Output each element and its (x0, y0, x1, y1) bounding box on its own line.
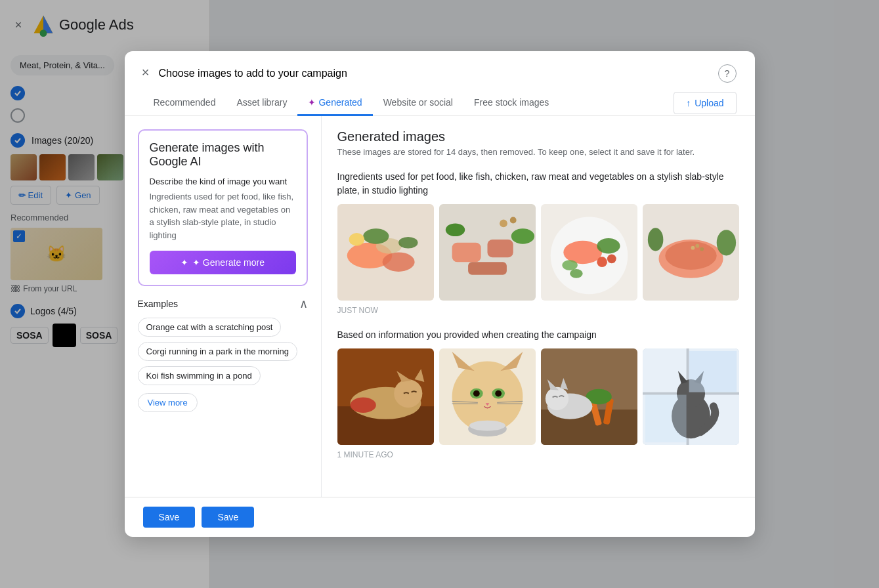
describe-label: Describe the kind of image you want (150, 177, 296, 186)
dialog-footer: Save Save (125, 497, 755, 537)
svg-point-7 (363, 228, 389, 244)
image-grid-cats (337, 348, 739, 445)
tab-recommended-label: Recommended (154, 97, 216, 108)
food-svg-3 (541, 204, 637, 301)
svg-point-29 (716, 230, 735, 255)
generate-card: Generate images with Google AI Describe … (138, 129, 308, 286)
save-button-1[interactable]: Save (143, 507, 196, 528)
svg-point-8 (398, 237, 418, 249)
collapse-icon[interactable]: ∧ (299, 297, 308, 311)
svg-point-32 (700, 247, 704, 251)
svg-point-30 (647, 228, 663, 251)
cat-image-2[interactable] (439, 348, 536, 445)
svg-point-40 (350, 397, 375, 413)
svg-point-33 (691, 246, 695, 250)
sparkle-icon: ✦ (181, 257, 188, 268)
help-button[interactable]: ? (718, 64, 737, 83)
svg-point-17 (509, 217, 516, 224)
overlay: × Choose images to add to your campaign … (0, 0, 879, 588)
svg-point-62 (545, 387, 568, 410)
food-svg-1 (337, 204, 434, 301)
tab-free-stock-label: Free stock images (474, 97, 549, 108)
dialog-body: Generate images with Google AI Describe … (125, 116, 755, 497)
save-label-2: Save (217, 512, 238, 522)
timestamp-group-1: 1 MINUTE AGO (337, 450, 739, 459)
tab-free-stock[interactable]: Free stock images (463, 91, 559, 116)
tab-generated[interactable]: ✦Generated (297, 91, 372, 116)
left-panel: Generate images with Google AI Describe … (125, 116, 322, 497)
examples-list: Orange cat with a scratching post Corgi … (138, 318, 308, 390)
svg-point-23 (607, 254, 616, 263)
help-icon: ? (725, 68, 730, 79)
cat-image-1[interactable] (337, 348, 434, 445)
svg-point-5 (382, 253, 414, 272)
example-chip-0[interactable]: Orange cat with a scratching post (138, 318, 282, 337)
view-more-label: View more (148, 398, 188, 408)
svg-point-9 (349, 233, 364, 246)
dialog-close-button[interactable]: × (135, 62, 156, 83)
tab-asset-library-label: Asset library (236, 97, 287, 108)
svg-point-15 (445, 223, 464, 236)
cat-image-4[interactable] (643, 348, 739, 445)
food-svg-2 (439, 204, 536, 301)
image-group-title-0: Ingredients used for pet food, like fish… (337, 170, 739, 198)
svg-rect-13 (468, 262, 507, 275)
generated-sparkle-icon: ✦ (308, 97, 316, 108)
dialog-title: Choose images to add to your campaign (159, 68, 347, 79)
image-group-title-1: Based on information you provided when c… (337, 328, 739, 342)
save-label-1: Save (159, 512, 180, 522)
dialog: × Choose images to add to your campaign … (125, 51, 755, 537)
upload-icon: ↑ (686, 98, 691, 108)
example-label-2: Koi fish swimming in a pond (146, 371, 252, 381)
generated-images-title: Generated images (337, 129, 739, 144)
upload-button[interactable]: ↑ Upload (674, 92, 736, 114)
example-label-0: Orange cat with a scratching post (146, 322, 273, 332)
cat-svg-3 (541, 348, 637, 445)
view-more-button[interactable]: View more (138, 393, 198, 412)
tab-recommended[interactable]: Recommended (143, 91, 226, 116)
close-icon: × (142, 65, 150, 80)
right-panel: Generated images These images are stored… (322, 116, 755, 497)
svg-point-24 (562, 260, 578, 270)
timestamp-group-0: JUST NOW (337, 306, 739, 315)
generate-more-label: ✦ Generate more (192, 257, 265, 268)
cat-svg-2 (439, 348, 536, 445)
cat-svg-4 (643, 348, 739, 445)
svg-rect-11 (452, 243, 481, 262)
generate-card-title: Generate images with Google AI (150, 141, 296, 169)
svg-point-21 (597, 238, 620, 254)
cat-svg-1 (337, 348, 434, 445)
generate-more-button[interactable]: ✦ ✦ Generate more (150, 251, 296, 274)
svg-point-14 (511, 228, 534, 244)
examples-section: Examples ∧ Orange cat with a scratching … (138, 297, 308, 412)
tab-generated-label: Generated (318, 97, 362, 108)
example-chip-2[interactable]: Koi fish swimming in a pond (138, 366, 261, 385)
example-label-1: Corgi running in a park in the morning (146, 346, 289, 356)
example-chip-1[interactable]: Corgi running in a park in the morning (138, 342, 298, 361)
svg-rect-74 (645, 395, 686, 443)
svg-point-55 (469, 421, 505, 431)
dialog-header: Choose images to add to your campaign ? (125, 51, 755, 83)
svg-point-22 (597, 257, 607, 267)
svg-rect-73 (689, 351, 737, 392)
dialog-tabs: Recommended Asset library ✦Generated Web… (125, 91, 755, 116)
svg-point-48 (495, 390, 502, 397)
svg-rect-12 (487, 240, 513, 257)
food-image-3[interactable] (541, 204, 637, 301)
svg-point-16 (500, 220, 507, 228)
cat-image-3[interactable] (541, 348, 637, 445)
svg-point-25 (570, 269, 583, 278)
describe-text: Ingredients used for pet food, like fish… (150, 190, 296, 242)
image-grid-food (337, 204, 739, 301)
food-image-4[interactable] (643, 204, 739, 301)
food-svg-4 (643, 204, 739, 301)
food-image-2[interactable] (439, 204, 536, 301)
food-image-1[interactable] (337, 204, 434, 301)
svg-point-46 (473, 390, 479, 397)
generated-images-subtitle: These images are stored for 14 days, the… (337, 147, 739, 157)
svg-point-31 (695, 244, 699, 248)
examples-title: Examples (138, 299, 178, 309)
tab-asset-library[interactable]: Asset library (226, 91, 297, 116)
save-button-2[interactable]: Save (202, 507, 254, 528)
tab-website-social[interactable]: Website or social (373, 91, 463, 116)
